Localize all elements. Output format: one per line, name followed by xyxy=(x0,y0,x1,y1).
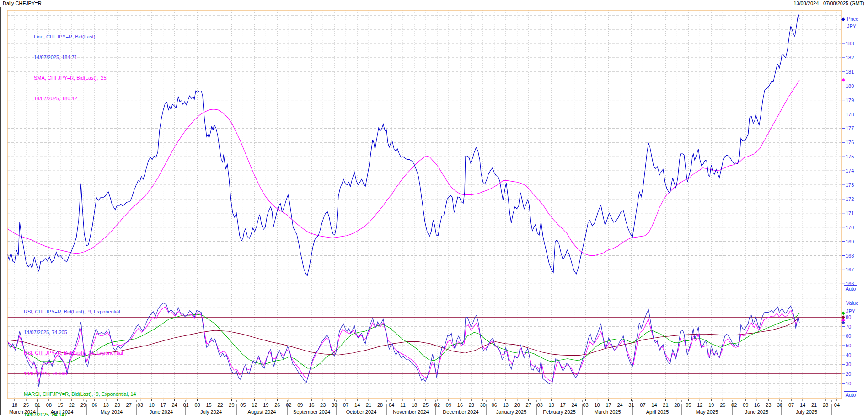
svg-text:JPY: JPY xyxy=(846,308,856,314)
svg-text:183: 183 xyxy=(846,41,854,46)
svg-text:30: 30 xyxy=(777,402,782,408)
svg-text:180: 180 xyxy=(846,83,854,89)
svg-text:29: 29 xyxy=(80,402,86,408)
svg-text:09: 09 xyxy=(297,402,303,408)
price-line xyxy=(7,15,799,276)
svg-text:171: 171 xyxy=(846,211,854,216)
svg-text:178: 178 xyxy=(846,112,854,117)
svg-text:December 2024: December 2024 xyxy=(443,409,478,415)
svg-text:06: 06 xyxy=(92,402,97,408)
svg-text:17: 17 xyxy=(161,402,166,408)
svg-text:168: 168 xyxy=(846,253,854,259)
svg-text:173: 173 xyxy=(846,182,854,188)
panel-frames xyxy=(7,10,842,399)
svg-text:January 2025: January 2025 xyxy=(496,409,527,415)
svg-text:20: 20 xyxy=(115,402,120,408)
svg-text:05: 05 xyxy=(686,402,691,408)
svg-text:24: 24 xyxy=(171,402,177,408)
svg-text:Value: Value xyxy=(846,300,858,306)
svg-text:22: 22 xyxy=(217,402,223,408)
svg-text:22: 22 xyxy=(69,402,75,408)
svg-text:18: 18 xyxy=(12,402,17,408)
svg-text:01: 01 xyxy=(183,402,188,408)
svg-text:March 2025: March 2025 xyxy=(594,409,621,415)
svg-text:25: 25 xyxy=(23,402,29,408)
svg-text:24: 24 xyxy=(617,402,622,408)
svg-text:30: 30 xyxy=(480,402,486,408)
main-price-series xyxy=(7,15,799,276)
svg-text:80: 80 xyxy=(846,314,851,320)
svg-text:12: 12 xyxy=(697,402,702,408)
svg-text:07: 07 xyxy=(788,402,794,408)
svg-text:JPY: JPY xyxy=(847,23,857,29)
svg-text:08: 08 xyxy=(194,402,200,408)
svg-text:16: 16 xyxy=(309,402,314,408)
svg-text:28: 28 xyxy=(823,402,828,408)
svg-text:10: 10 xyxy=(846,381,851,386)
svg-text:06: 06 xyxy=(492,402,497,408)
svg-text:18: 18 xyxy=(412,402,417,408)
svg-text:Price: Price xyxy=(847,16,858,22)
svg-text:17: 17 xyxy=(605,402,611,408)
svg-text:August 2024: August 2024 xyxy=(248,409,276,415)
price-axis: PriceJPY18318218118017917817717617517417… xyxy=(841,16,858,286)
svg-text:21: 21 xyxy=(366,402,371,408)
svg-text:26: 26 xyxy=(274,402,280,408)
svg-text:July 2024: July 2024 xyxy=(200,409,222,415)
svg-text:179: 179 xyxy=(846,97,854,103)
svg-text:15: 15 xyxy=(58,402,63,408)
svg-text:19: 19 xyxy=(708,402,714,408)
svg-text:03: 03 xyxy=(138,402,143,408)
svg-text:170: 170 xyxy=(846,225,854,230)
svg-text:03: 03 xyxy=(537,402,543,408)
chart-application-window: { "window": { "title": "Daily CHFJPY=R",… xyxy=(0,0,868,416)
svg-text:31: 31 xyxy=(628,402,634,408)
chart-canvas: PriceJPY18318218118017917817717617517417… xyxy=(0,0,868,416)
svg-text:28: 28 xyxy=(674,402,680,408)
svg-text:09: 09 xyxy=(743,402,748,408)
rsi-9-line xyxy=(7,303,799,387)
svg-text:27: 27 xyxy=(126,402,132,408)
value-axis: ValueJPY8070605040302010 xyxy=(841,300,858,386)
svg-text:23: 23 xyxy=(320,402,326,408)
svg-text:02: 02 xyxy=(286,402,291,408)
svg-text:176: 176 xyxy=(846,140,854,145)
svg-text:13: 13 xyxy=(103,402,109,408)
svg-text:April 2024: April 2024 xyxy=(51,409,74,415)
svg-text:24: 24 xyxy=(572,402,577,408)
svg-text:11: 11 xyxy=(400,402,405,408)
svg-text:169: 169 xyxy=(846,239,854,244)
svg-text:14: 14 xyxy=(800,402,805,408)
svg-text:28: 28 xyxy=(377,402,383,408)
svg-text:14: 14 xyxy=(354,402,360,408)
svg-text:March 2024: March 2024 xyxy=(9,409,36,415)
marsi-14-25-line xyxy=(7,317,799,355)
svg-text:26: 26 xyxy=(720,402,725,408)
svg-text:10: 10 xyxy=(149,402,155,408)
svg-text:10: 10 xyxy=(549,402,554,408)
svg-text:50: 50 xyxy=(846,343,851,348)
rsi-series xyxy=(7,303,799,387)
svg-text:172: 172 xyxy=(846,196,854,202)
svg-text:07: 07 xyxy=(640,402,645,408)
value-axis-auto-button[interactable]: Auto xyxy=(844,391,857,398)
gridlines xyxy=(7,10,842,399)
date-axis: 1825010815222906132027031017240108152229… xyxy=(9,399,840,415)
svg-text:167: 167 xyxy=(846,267,854,272)
svg-text:29: 29 xyxy=(229,402,234,408)
svg-text:30: 30 xyxy=(846,362,851,367)
price-axis-auto-button[interactable]: Auto xyxy=(844,285,857,292)
svg-text:04: 04 xyxy=(389,402,394,408)
svg-text:40: 40 xyxy=(846,352,851,358)
svg-text:174: 174 xyxy=(846,168,854,173)
svg-text:07: 07 xyxy=(343,402,348,408)
sma-line xyxy=(7,80,799,256)
svg-text:April 2025: April 2025 xyxy=(646,409,669,415)
svg-text:16: 16 xyxy=(457,402,463,408)
svg-text:04: 04 xyxy=(834,402,840,408)
svg-text:08: 08 xyxy=(46,402,52,408)
svg-text:21: 21 xyxy=(663,402,668,408)
rsi-14-line xyxy=(7,307,799,381)
svg-text:30: 30 xyxy=(332,402,337,408)
svg-text:November 2024: November 2024 xyxy=(393,409,429,415)
